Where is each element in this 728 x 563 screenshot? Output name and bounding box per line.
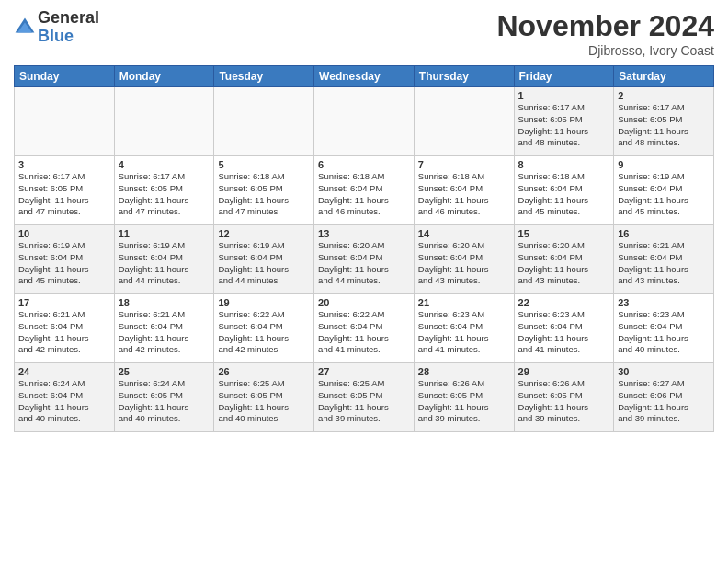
calendar-cell: 2Sunrise: 6:17 AM Sunset: 6:05 PM Daylig… — [614, 87, 714, 156]
day-number: 20 — [318, 297, 410, 308]
day-info: Sunrise: 6:20 AM Sunset: 6:04 PM Dayligh… — [318, 240, 410, 287]
calendar-header-monday: Monday — [114, 66, 214, 87]
title-block: November 2024 Djibrosso, Ivory Coast — [496, 9, 714, 58]
day-info: Sunrise: 6:19 AM Sunset: 6:04 PM Dayligh… — [119, 240, 210, 287]
calendar-cell: 26Sunrise: 6:25 AM Sunset: 6:05 PM Dayli… — [214, 363, 314, 432]
day-info: Sunrise: 6:26 AM Sunset: 6:05 PM Dayligh… — [418, 378, 510, 425]
day-info: Sunrise: 6:18 AM Sunset: 6:04 PM Dayligh… — [418, 171, 510, 218]
day-info: Sunrise: 6:19 AM Sunset: 6:04 PM Dayligh… — [218, 240, 310, 287]
day-number: 11 — [119, 228, 210, 239]
calendar-header-thursday: Thursday — [414, 66, 514, 87]
calendar-cell: 10Sunrise: 6:19 AM Sunset: 6:04 PM Dayli… — [15, 225, 115, 294]
day-number: 19 — [218, 297, 310, 308]
day-number: 29 — [518, 366, 610, 377]
calendar-cell: 12Sunrise: 6:19 AM Sunset: 6:04 PM Dayli… — [214, 225, 314, 294]
day-info: Sunrise: 6:19 AM Sunset: 6:04 PM Dayligh… — [618, 171, 710, 218]
calendar-cell: 30Sunrise: 6:27 AM Sunset: 6:06 PM Dayli… — [614, 363, 714, 432]
day-number: 28 — [418, 366, 510, 377]
day-info: Sunrise: 6:17 AM Sunset: 6:05 PM Dayligh… — [618, 102, 710, 149]
day-number: 22 — [518, 297, 610, 308]
day-info: Sunrise: 6:17 AM Sunset: 6:05 PM Dayligh… — [518, 102, 610, 149]
calendar-table: SundayMondayTuesdayWednesdayThursdayFrid… — [14, 65, 714, 432]
calendar-cell: 3Sunrise: 6:17 AM Sunset: 6:05 PM Daylig… — [15, 156, 115, 225]
day-info: Sunrise: 6:24 AM Sunset: 6:04 PM Dayligh… — [18, 378, 110, 425]
calendar-cell: 15Sunrise: 6:20 AM Sunset: 6:04 PM Dayli… — [514, 225, 614, 294]
day-number: 27 — [318, 366, 410, 377]
day-number: 3 — [18, 159, 110, 170]
calendar-cell: 8Sunrise: 6:18 AM Sunset: 6:04 PM Daylig… — [514, 156, 614, 225]
day-number: 17 — [18, 297, 110, 308]
day-info: Sunrise: 6:19 AM Sunset: 6:04 PM Dayligh… — [18, 240, 110, 287]
calendar-week-1: 1Sunrise: 6:17 AM Sunset: 6:05 PM Daylig… — [15, 87, 714, 156]
day-number: 1 — [518, 90, 610, 101]
calendar-cell: 5Sunrise: 6:18 AM Sunset: 6:05 PM Daylig… — [214, 156, 314, 225]
calendar-header-friday: Friday — [514, 66, 614, 87]
calendar-week-4: 17Sunrise: 6:21 AM Sunset: 6:04 PM Dayli… — [15, 294, 714, 363]
calendar-cell: 4Sunrise: 6:17 AM Sunset: 6:05 PM Daylig… — [114, 156, 214, 225]
day-number: 8 — [518, 159, 610, 170]
day-info: Sunrise: 6:22 AM Sunset: 6:04 PM Dayligh… — [218, 309, 310, 356]
calendar-header-wednesday: Wednesday — [314, 66, 415, 87]
calendar-week-2: 3Sunrise: 6:17 AM Sunset: 6:05 PM Daylig… — [15, 156, 714, 225]
calendar-cell — [414, 87, 514, 156]
calendar-cell: 19Sunrise: 6:22 AM Sunset: 6:04 PM Dayli… — [214, 294, 314, 363]
day-info: Sunrise: 6:23 AM Sunset: 6:04 PM Dayligh… — [418, 309, 510, 356]
day-number: 4 — [119, 159, 210, 170]
calendar-cell: 1Sunrise: 6:17 AM Sunset: 6:05 PM Daylig… — [514, 87, 614, 156]
day-info: Sunrise: 6:21 AM Sunset: 6:04 PM Dayligh… — [18, 309, 110, 356]
calendar-cell — [214, 87, 314, 156]
location: Djibrosso, Ivory Coast — [496, 43, 714, 58]
header: General Blue November 2024 Djibrosso, Iv… — [14, 9, 714, 58]
calendar-cell — [15, 87, 115, 156]
day-info: Sunrise: 6:18 AM Sunset: 6:04 PM Dayligh… — [518, 171, 610, 218]
day-info: Sunrise: 6:22 AM Sunset: 6:04 PM Dayligh… — [318, 309, 410, 356]
calendar-cell: 14Sunrise: 6:20 AM Sunset: 6:04 PM Dayli… — [414, 225, 514, 294]
calendar-cell: 23Sunrise: 6:23 AM Sunset: 6:04 PM Dayli… — [614, 294, 714, 363]
calendar-cell: 24Sunrise: 6:24 AM Sunset: 6:04 PM Dayli… — [15, 363, 115, 432]
calendar-cell: 9Sunrise: 6:19 AM Sunset: 6:04 PM Daylig… — [614, 156, 714, 225]
day-number: 5 — [218, 159, 310, 170]
calendar-week-3: 10Sunrise: 6:19 AM Sunset: 6:04 PM Dayli… — [15, 225, 714, 294]
logo-text: General Blue — [38, 9, 99, 46]
calendar-cell: 17Sunrise: 6:21 AM Sunset: 6:04 PM Dayli… — [15, 294, 115, 363]
day-number: 16 — [618, 228, 710, 239]
calendar-cell: 29Sunrise: 6:26 AM Sunset: 6:05 PM Dayli… — [514, 363, 614, 432]
day-info: Sunrise: 6:23 AM Sunset: 6:04 PM Dayligh… — [518, 309, 610, 356]
day-number: 15 — [518, 228, 610, 239]
day-number: 12 — [218, 228, 310, 239]
day-info: Sunrise: 6:26 AM Sunset: 6:05 PM Dayligh… — [518, 378, 610, 425]
day-number: 18 — [119, 297, 210, 308]
logo-blue: Blue — [38, 28, 99, 46]
day-info: Sunrise: 6:24 AM Sunset: 6:05 PM Dayligh… — [119, 378, 210, 425]
day-info: Sunrise: 6:20 AM Sunset: 6:04 PM Dayligh… — [418, 240, 510, 287]
logo: General Blue — [14, 9, 99, 46]
calendar-cell: 28Sunrise: 6:26 AM Sunset: 6:05 PM Dayli… — [414, 363, 514, 432]
calendar-cell: 25Sunrise: 6:24 AM Sunset: 6:05 PM Dayli… — [114, 363, 214, 432]
logo-general: General — [38, 9, 99, 28]
day-info: Sunrise: 6:25 AM Sunset: 6:05 PM Dayligh… — [318, 378, 410, 425]
calendar-cell: 16Sunrise: 6:21 AM Sunset: 6:04 PM Dayli… — [614, 225, 714, 294]
page: General Blue November 2024 Djibrosso, Iv… — [0, 0, 728, 563]
calendar-cell: 20Sunrise: 6:22 AM Sunset: 6:04 PM Dayli… — [314, 294, 415, 363]
calendar-cell: 21Sunrise: 6:23 AM Sunset: 6:04 PM Dayli… — [414, 294, 514, 363]
day-number: 10 — [18, 228, 110, 239]
month-title: November 2024 — [496, 9, 714, 43]
day-info: Sunrise: 6:20 AM Sunset: 6:04 PM Dayligh… — [518, 240, 610, 287]
day-number: 6 — [318, 159, 410, 170]
day-number: 7 — [418, 159, 510, 170]
day-number: 2 — [618, 90, 710, 101]
day-info: Sunrise: 6:21 AM Sunset: 6:04 PM Dayligh… — [119, 309, 210, 356]
day-number: 13 — [318, 228, 410, 239]
calendar-cell: 22Sunrise: 6:23 AM Sunset: 6:04 PM Dayli… — [514, 294, 614, 363]
calendar-header-sunday: Sunday — [15, 66, 115, 87]
day-number: 30 — [618, 366, 710, 377]
day-info: Sunrise: 6:17 AM Sunset: 6:05 PM Dayligh… — [119, 171, 210, 218]
day-number: 26 — [218, 366, 310, 377]
calendar-cell — [114, 87, 214, 156]
calendar-cell: 27Sunrise: 6:25 AM Sunset: 6:05 PM Dayli… — [314, 363, 415, 432]
calendar-header-saturday: Saturday — [614, 66, 714, 87]
calendar-cell — [314, 87, 415, 156]
calendar-week-5: 24Sunrise: 6:24 AM Sunset: 6:04 PM Dayli… — [15, 363, 714, 432]
day-number: 21 — [418, 297, 510, 308]
day-number: 24 — [18, 366, 110, 377]
